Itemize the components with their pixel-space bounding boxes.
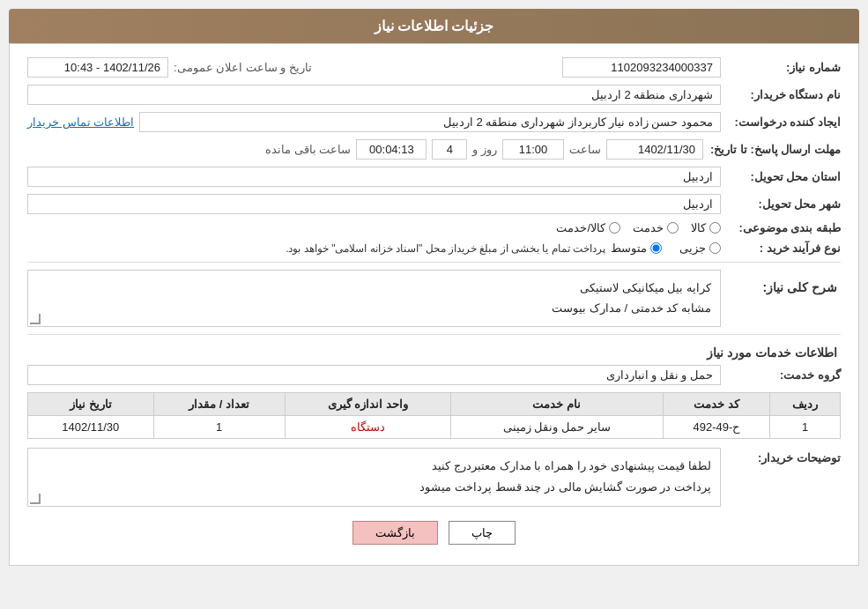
- category-radio3-label: کالا/خدمت: [556, 221, 605, 234]
- cell-unit: دستگاه: [285, 415, 450, 438]
- back-button[interactable]: بازگشت: [352, 521, 438, 545]
- th-row: ردیف: [770, 392, 841, 415]
- group-label: گروه خدمت:: [726, 368, 841, 382]
- process-radio2-label: متوسط: [611, 241, 647, 255]
- notes-content: لطفا قیمت پیشنهادی خود را همراه با مدارک…: [27, 448, 721, 507]
- process-radio-partial[interactable]: جزیی: [679, 241, 721, 255]
- description-content: کرایه بیل میکانیکی لاستیکی مشابه کد خدمت…: [27, 270, 721, 327]
- deadline-days: 4: [432, 139, 467, 160]
- cell-name: سایر حمل ونقل زمینی: [450, 415, 663, 438]
- province-label: استان محل تحویل:: [726, 170, 841, 183]
- creator-value: محمود حسن زاده نیار کاربرداز شهرداری منط…: [139, 112, 721, 132]
- need-number-value: 1102093234000337: [562, 57, 721, 78]
- page-title: جزئیات اطلاعات نیاز: [375, 19, 494, 33]
- cell-date: 1402/11/30: [28, 415, 154, 438]
- category-label: طبقه بندی موضوعی:: [726, 221, 841, 234]
- remaining-time: 00:04:13: [356, 139, 427, 160]
- th-date: تاریخ نیاز: [28, 392, 154, 415]
- page-header: جزئیات اطلاعات نیاز: [9, 9, 859, 43]
- th-name: نام خدمت: [450, 392, 663, 415]
- creator-label: ایجاد کننده درخواست:: [726, 115, 841, 129]
- print-button[interactable]: چاپ: [449, 521, 516, 545]
- description-section-title: شرح کلی نیاز:: [726, 280, 841, 294]
- contact-link[interactable]: اطلاعات تماس خریدار: [27, 115, 134, 129]
- category-radio-both[interactable]: کالا/خدمت: [556, 221, 620, 234]
- process-note: پرداخت تمام یا بخشی از مبلغ خریداز محل "…: [27, 242, 605, 255]
- notes-label: توضیحات خریدار:: [726, 448, 841, 464]
- announce-datetime-label: تاریخ و ساعت اعلان عمومی:: [174, 61, 312, 74]
- buyer-name-value: شهرداری منطقه 2 اردبیل: [27, 85, 721, 105]
- services-table: ردیف کد خدمت نام خدمت واحد اندازه گیری ت…: [27, 392, 841, 439]
- process-label: نوع فرآیند خرید :: [726, 241, 841, 255]
- resize-handle[interactable]: [30, 314, 41, 324]
- th-quantity: تعداد / مقدار: [153, 392, 285, 415]
- province-value: اردبیل: [27, 167, 721, 187]
- deadline-label: مهلت ارسال پاسخ: تا تاریخ:: [708, 143, 841, 156]
- group-value: حمل و نقل و انبارداری: [27, 365, 721, 385]
- city-label: شهر محل تحویل:: [726, 197, 841, 211]
- table-row: 1 ح-49-492 سایر حمل ونقل زمینی دستگاه 1 …: [28, 415, 841, 438]
- category-radio2-label: خدمت: [633, 221, 664, 234]
- category-radio1-label: کالا: [691, 221, 706, 234]
- remaining-label: ساعت باقی مانده: [265, 143, 351, 156]
- action-buttons: چاپ بازگشت: [27, 521, 841, 545]
- deadline-date: 1402/11/30: [606, 139, 703, 160]
- announce-datetime-value: 1402/11/26 - 10:43: [27, 57, 168, 78]
- buyer-name-label: نام دستگاه خریدار:: [726, 88, 841, 101]
- th-unit: واحد اندازه گیری: [285, 392, 450, 415]
- services-section-title: اطلاعات خدمات مورد نیاز: [27, 345, 841, 360]
- need-number-label: شماره نیاز:: [726, 61, 841, 74]
- notes-line1: لطفا قیمت پیشنهادی خود را همراه با مدارک…: [37, 456, 711, 478]
- description-line2: مشابه کد خدمتی / مدارک بیوست: [37, 298, 711, 318]
- cell-row: 1: [770, 415, 841, 438]
- notes-resize-handle[interactable]: [30, 494, 41, 504]
- process-radio-medium[interactable]: متوسط: [611, 241, 662, 255]
- category-radio-goods[interactable]: کالا: [691, 221, 721, 234]
- cell-quantity: 1: [153, 415, 285, 438]
- th-code: کد خدمت: [663, 392, 769, 415]
- deadline-days-label: روز و: [472, 143, 497, 156]
- notes-line2: پرداخت در صورت گشایش مالی در چند قسط پرد…: [37, 477, 711, 499]
- category-radio-service[interactable]: خدمت: [633, 221, 679, 234]
- deadline-time: 11:00: [502, 139, 564, 160]
- description-line1: کرایه بیل میکانیکی لاستیکی: [37, 278, 711, 298]
- process-radio1-label: جزیی: [679, 241, 706, 255]
- deadline-time-label: ساعت: [569, 143, 601, 156]
- cell-code: ح-49-492: [663, 415, 769, 438]
- city-value: اردبیل: [27, 194, 721, 214]
